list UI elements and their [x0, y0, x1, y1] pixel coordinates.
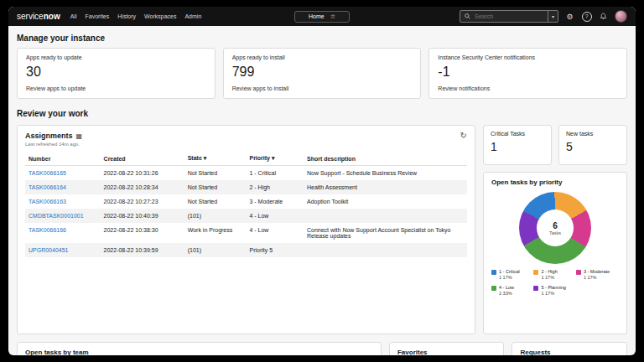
nav-item-admin[interactable]: Admin [184, 13, 201, 19]
legend-item: 3 - Moderate1 17% [576, 269, 619, 282]
table-cell: (101) [184, 209, 247, 223]
legend-item: 1 - Critical1 17% [491, 269, 530, 282]
donut-total: 6 [553, 221, 558, 230]
assignments-header: Assignments ▦ ↻ [25, 132, 467, 140]
table-cell: (101) [184, 243, 247, 257]
table-cell: 2022-08-22 10:40:39 [101, 209, 184, 223]
favorites-card[interactable]: Favorites [389, 342, 505, 355]
search-input[interactable] [473, 13, 548, 20]
card-label: Apps ready to update [26, 54, 206, 60]
chevron-down-icon: ▾ [552, 13, 554, 19]
main-nav: AllFavoritesHistoryWorkspacesAdmin [70, 13, 202, 19]
table-cell: Work in Progress [184, 223, 247, 243]
card-value: -1 [438, 65, 618, 80]
table-cell: 3 - Moderate [246, 194, 304, 209]
review-apps-update-link[interactable]: Review apps to update [26, 85, 206, 91]
last-refreshed-text: Last refreshed 14m ago. [25, 142, 467, 147]
home-tab-label: Home [309, 13, 325, 19]
nav-item-history[interactable]: History [117, 13, 136, 19]
work-row: Assignments ▦ ↻ Last refreshed 14m ago. … [17, 125, 627, 334]
chart-legend: 1 - Critical1 17%2 - High1 17%3 - Modera… [491, 269, 619, 297]
table-cell: Health Assessment [304, 180, 467, 194]
legend-label: 5 - Planning1 17% [541, 285, 565, 297]
column-header-number: Number [25, 152, 101, 166]
bottom-cards-row: Open tasks by team Favorites Requests [17, 342, 627, 355]
legend-swatch [491, 286, 496, 291]
refresh-icon[interactable]: ↻ [460, 132, 467, 140]
task-number-link[interactable]: UPGR0040451 [25, 243, 101, 257]
top-bar-right: ▾ ⚙ ? [460, 10, 627, 23]
assignments-table: NumberCreatedState ▾Priority ▾Short desc… [25, 152, 467, 257]
card-value: 30 [26, 65, 206, 80]
search-scope-dropdown[interactable]: ▾ [548, 11, 558, 22]
apps-install-card: Apps ready to install 799 Review apps to… [223, 48, 422, 99]
table-row[interactable]: TASK00661652022-08-22 10:31:26Not Starte… [25, 166, 467, 181]
legend-item: 4 - Low2 33% [491, 285, 530, 297]
donut-total-label: Tasks [549, 230, 561, 235]
home-tab[interactable]: Home ☆ [294, 11, 350, 23]
manage-cards-row: Apps ready to update 30 Review apps to u… [17, 48, 627, 99]
main-content: Manage your instance Apps ready to updat… [8, 26, 636, 355]
column-header-state[interactable]: State ▾ [184, 152, 247, 166]
card-value: 5 [566, 140, 620, 153]
column-header-short-description: Short description [304, 152, 467, 166]
review-apps-install-link[interactable]: Review apps to install [232, 85, 413, 91]
task-number-link[interactable]: TASK0066163 [25, 194, 101, 209]
help-icon[interactable]: ? [581, 11, 592, 22]
open-tasks-team-card[interactable]: Open tasks by team [17, 342, 382, 355]
table-header-row: NumberCreatedState ▾Priority ▾Short desc… [25, 152, 467, 166]
table-cell: 2 - High [246, 180, 304, 194]
table-cell: Connect with Now Support Account Special… [304, 223, 467, 243]
right-column: Critical Tasks 1 New tasks 5 Open tasks … [483, 125, 627, 334]
task-number-link[interactable]: CMDBTASK0001001 [25, 209, 101, 223]
table-cell: Adoption Toolkit [304, 194, 467, 209]
table-row[interactable]: UPGR00404512022-08-22 10:39:59(101)Prior… [25, 243, 467, 257]
legend-item: 2 - High1 17% [533, 269, 572, 282]
new-tasks-card[interactable]: New tasks 5 [558, 125, 627, 165]
requests-card[interactable]: Requests [512, 342, 627, 355]
open-tasks-priority-card: Open tasks by priority 6 Tasks 1 - Criti… [483, 172, 627, 334]
table-cell: 4 - Low [246, 209, 304, 223]
table-cell: Not Started [184, 180, 247, 194]
table-cell [304, 209, 467, 223]
card-label: Instance Security Center notifications [438, 54, 618, 60]
table-cell: Priority 5 [246, 243, 304, 257]
mini-cards-row: Critical Tasks 1 New tasks 5 [483, 125, 627, 165]
column-header-priority[interactable]: Priority ▾ [246, 152, 304, 166]
task-number-link[interactable]: TASK0066164 [25, 180, 101, 194]
table-cell: 1 - Critical [246, 166, 304, 181]
avatar[interactable] [615, 10, 627, 23]
notifications-icon[interactable] [598, 11, 609, 22]
legend-swatch [576, 270, 581, 275]
critical-tasks-card[interactable]: Critical Tasks 1 [483, 125, 552, 165]
table-cell: 2022-08-22 10:27:23 [101, 194, 184, 209]
review-notifications-link[interactable]: Review notifications [438, 85, 618, 91]
search-icon [465, 13, 470, 19]
nav-item-all[interactable]: All [70, 13, 77, 19]
legend-swatch [533, 286, 538, 291]
table-cell: Not Started [184, 166, 247, 181]
task-number-link[interactable]: TASK0066166 [25, 223, 101, 243]
servicenow-logo[interactable]: servicenow [17, 12, 60, 21]
card-value: 799 [232, 65, 413, 80]
apps-update-card: Apps ready to update 30 Review apps to u… [17, 48, 216, 99]
table-cell: Now Support - Schedule Business Review [304, 166, 467, 181]
task-number-link[interactable]: TASK0066165 [25, 166, 101, 181]
table-cell: 2022-08-22 10:38:30 [101, 223, 184, 243]
nav-item-workspaces[interactable]: Workspaces [144, 13, 176, 19]
nav-item-favorites[interactable]: Favorites [85, 13, 109, 19]
search-box[interactable]: ▾ [460, 10, 558, 23]
table-row[interactable]: TASK00661632022-08-22 10:27:23Not Starte… [25, 194, 467, 209]
grid-icon[interactable]: ▦ [76, 132, 83, 140]
gear-icon[interactable]: ⚙ [564, 11, 575, 22]
table-row[interactable]: TASK00661642022-08-22 10:28:34Not Starte… [25, 180, 467, 194]
review-work-title: Review your work [17, 109, 627, 118]
table-row[interactable]: TASK00661662022-08-22 10:38:30Work in Pr… [25, 223, 467, 243]
table-row[interactable]: CMDBTASK00010012022-08-22 10:40:39(101)4… [25, 209, 467, 223]
table-cell: 2022-08-22 10:39:59 [101, 243, 184, 257]
card-label: New tasks [566, 131, 620, 137]
security-notifications-card: Instance Security Center notifications -… [428, 48, 627, 99]
table-cell [304, 243, 467, 257]
star-icon[interactable]: ☆ [330, 13, 335, 20]
column-header-created: Created [101, 152, 184, 166]
